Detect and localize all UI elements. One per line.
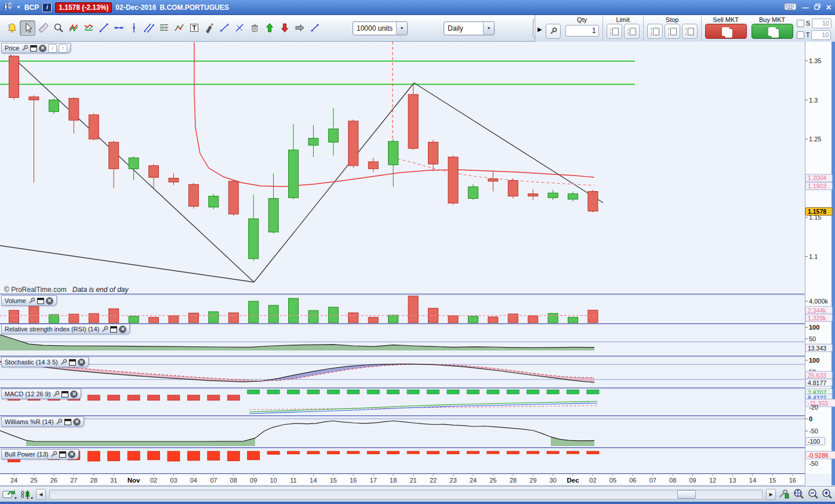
trailing-checkbox[interactable] xyxy=(797,31,804,39)
close-window-button[interactable]: ✕ xyxy=(826,4,832,11)
svg-text:23: 23 xyxy=(449,477,456,484)
settings-wrench-icon[interactable] xyxy=(21,45,28,52)
scroll-left-button[interactable]: ◀ xyxy=(36,489,46,500)
order-panel-collapse[interactable]: ▶ xyxy=(536,16,543,42)
close-panel-icon[interactable]: ✕ xyxy=(78,359,85,366)
timeframe-dropdown[interactable]: Daily ▼ xyxy=(444,21,495,35)
stop-loss-checkbox[interactable] xyxy=(797,20,804,27)
svg-text:09: 09 xyxy=(250,477,257,484)
alerts-tool-icon[interactable] xyxy=(5,21,19,35)
arrow-down-tool-icon[interactable] xyxy=(277,21,292,35)
panel-title: Relative strength index (RSI) (14) xyxy=(5,326,99,333)
svg-text:14: 14 xyxy=(310,477,317,484)
info-icon[interactable]: i xyxy=(42,3,52,12)
window-icon[interactable] xyxy=(59,451,66,458)
symbol-dropdown-caret[interactable]: ▼ xyxy=(16,5,21,10)
settings-wrench-icon[interactable] xyxy=(55,418,63,426)
stamp-tool-icon[interactable] xyxy=(202,21,216,35)
settings-wrench-icon[interactable] xyxy=(52,390,60,398)
delete-tool-icon[interactable] xyxy=(247,21,262,35)
watermark: © ProRealTime.comData is end of day xyxy=(4,286,129,294)
window-icon[interactable] xyxy=(110,326,117,333)
remove-line-tool-icon[interactable] xyxy=(232,21,246,35)
settings-wrench-icon[interactable] xyxy=(60,359,67,366)
trend-line-tool-icon[interactable] xyxy=(96,21,111,35)
keyboard-icon[interactable] xyxy=(784,2,797,13)
svg-text:04: 04 xyxy=(190,477,197,484)
minimize-button[interactable]: — xyxy=(802,4,809,11)
chart-type-candlestick-icon[interactable] xyxy=(3,2,13,13)
sell-shortcut-icon[interactable]: ↓ xyxy=(48,44,57,53)
move-point-tool-icon[interactable] xyxy=(217,21,231,35)
export-chart-icon[interactable]: ▼ xyxy=(2,489,17,500)
window-icon[interactable] xyxy=(30,45,37,52)
bearish-patterns-tool-icon[interactable] xyxy=(81,21,96,35)
svg-text:1.25: 1.25 xyxy=(809,136,821,143)
segment-tool-icon[interactable] xyxy=(307,21,322,35)
arrow-right-tool-icon[interactable] xyxy=(292,21,307,35)
panel-title: MACD (12 26 9) xyxy=(5,390,50,397)
close-panel-icon[interactable]: ✕ xyxy=(119,326,126,333)
window-icon[interactable] xyxy=(37,298,44,304)
stop-loss-input[interactable] xyxy=(812,19,832,28)
close-panel-icon[interactable]: ✕ xyxy=(46,297,53,305)
settings-wrench-icon[interactable] xyxy=(28,297,35,305)
panel-header-stochastic: Stochastic (14 3 5) ✕ xyxy=(1,357,89,367)
scrollbar-thumb[interactable] xyxy=(677,490,696,499)
zoom-fit-icon[interactable] xyxy=(792,488,805,500)
buy-shortcut-icon[interactable]: ↑ xyxy=(59,44,67,53)
settings-wrench-icon[interactable] xyxy=(50,451,57,458)
svg-text:-100: -100 xyxy=(808,438,820,445)
close-panel-icon[interactable]: ✕ xyxy=(68,451,75,458)
sell-market-button[interactable]: ↓ xyxy=(705,24,747,39)
limit-order-button-2[interactable]: ↓↑ xyxy=(624,24,640,39)
bullish-patterns-tool-icon[interactable] xyxy=(66,21,81,35)
restore-button[interactable] xyxy=(814,3,821,11)
qty-input[interactable] xyxy=(565,25,599,36)
timeframe-dropdown-caret[interactable]: ▼ xyxy=(483,22,494,35)
chart-settings-icon[interactable] xyxy=(778,489,790,499)
svg-text:24: 24 xyxy=(470,477,477,484)
candlestick-settings-icon[interactable]: ▼ xyxy=(20,489,34,500)
units-dropdown-caret[interactable]: ▼ xyxy=(396,22,407,35)
stop-order-button-3[interactable]: ↑↓ xyxy=(682,24,698,39)
trailing-input[interactable] xyxy=(811,30,831,40)
text-tool-icon[interactable] xyxy=(187,21,201,35)
horizontal-line-tool-icon[interactable] xyxy=(111,21,126,35)
chart-scrollbar[interactable] xyxy=(49,490,763,499)
fibonacci-tool-icon[interactable] xyxy=(157,21,171,35)
instrument-name: B.COM.PORTUGUES xyxy=(159,3,228,12)
window-icon[interactable] xyxy=(61,391,68,397)
arrow-up-tool-icon[interactable] xyxy=(262,21,277,35)
stop-order-button-1[interactable]: ↑↓ xyxy=(647,24,663,39)
stop-order-button-2[interactable]: ↑↓ xyxy=(665,24,680,39)
close-panel-icon[interactable]: ✕ xyxy=(70,390,78,398)
parallel-channel-tool-icon[interactable] xyxy=(141,21,156,35)
stop-label: Stop xyxy=(666,16,679,24)
scroll-right-button[interactable]: ▶ xyxy=(766,489,776,500)
limit-order-button-1[interactable]: ↓↑ xyxy=(607,24,622,39)
divider xyxy=(701,17,702,41)
svg-text:08: 08 xyxy=(669,477,676,484)
close-panel-icon[interactable]: ✕ xyxy=(73,418,81,426)
zigzag-tool-icon[interactable] xyxy=(172,21,186,35)
order-panel: ▶ Qty Limit ↓↑ ↓↑ Stop ↑↓ ↑↓ ↑↓ xyxy=(535,15,835,43)
zoom-tool-icon[interactable] xyxy=(51,21,66,35)
svg-text:-20: -20 xyxy=(809,404,818,411)
ruler-tool-icon[interactable] xyxy=(36,21,50,35)
zoom-out-icon[interactable] xyxy=(807,488,819,500)
buy-market-button[interactable]: ↑ xyxy=(752,24,793,39)
chart-canvas[interactable]: 1.351.31.251.151.11.20041.19031.15784,00… xyxy=(0,42,835,486)
svg-text:24: 24 xyxy=(10,477,17,484)
vertical-line-tool-icon[interactable] xyxy=(126,21,141,35)
units-dropdown[interactable]: 10000 units ▼ xyxy=(353,21,408,35)
close-panel-icon[interactable]: ✕ xyxy=(39,45,46,52)
order-settings-button[interactable] xyxy=(546,24,561,39)
timeframe-value: Daily xyxy=(444,24,483,32)
cursor-tool-icon[interactable] xyxy=(20,20,35,36)
zoom-in-icon[interactable] xyxy=(821,488,833,500)
window-icon[interactable] xyxy=(69,359,76,366)
settings-wrench-icon[interactable] xyxy=(101,326,108,333)
window-icon[interactable] xyxy=(64,419,71,425)
svg-text:29: 29 xyxy=(529,477,536,484)
